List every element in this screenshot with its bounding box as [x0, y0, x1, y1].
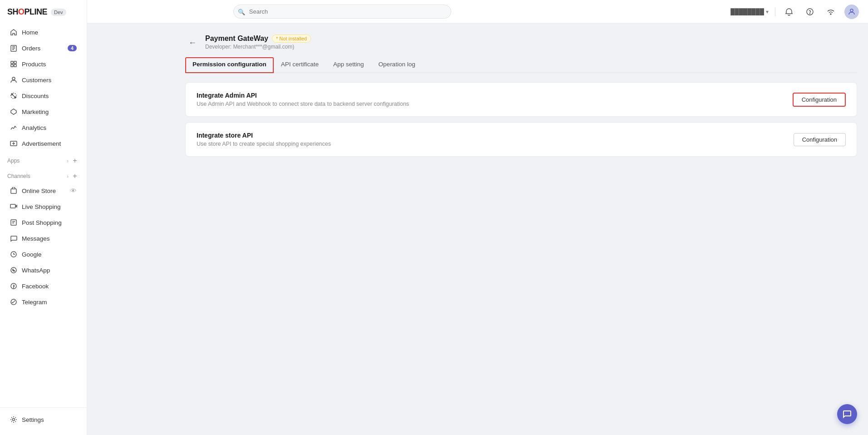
store-selector[interactable]: ████████ ▾ [730, 8, 769, 15]
sidebar-item-advertisement-label: Advertisement [22, 140, 61, 147]
admin-api-card: Integrate Admin API Use Admin API and We… [185, 82, 857, 117]
store-api-card: Integrate store API Use store API to cre… [185, 122, 857, 157]
sidebar: SHOPLINE Dev Home Orders 4 [0, 0, 87, 435]
sidebar-item-online-store[interactable]: Online Store 👁 [3, 183, 84, 198]
search-bar-container: 🔍 [233, 5, 451, 19]
user-avatar[interactable] [844, 5, 859, 19]
whatsapp-icon [10, 267, 17, 274]
discounts-icon [10, 92, 17, 99]
tab-app-setting[interactable]: App setting [326, 57, 371, 73]
home-icon [10, 29, 17, 36]
sidebar-item-live-shopping[interactable]: Live Shopping [3, 199, 84, 214]
help-button[interactable] [803, 5, 817, 19]
store-api-configuration-button[interactable]: Configuration [794, 133, 846, 146]
advertisement-icon [10, 140, 17, 147]
sidebar-item-whatsapp[interactable]: WhatsApp [3, 262, 84, 278]
channels-section-header[interactable]: Channels › + [0, 167, 87, 183]
sidebar-item-facebook-label: Facebook [22, 283, 49, 290]
sidebar-item-messages[interactable]: Messages [3, 231, 84, 246]
customers-icon [10, 76, 17, 84]
developer-value: Merchant***@gmail.com) [233, 44, 294, 50]
admin-api-description: Use Admin API and Webhook to connect sto… [197, 101, 409, 107]
svg-rect-1 [11, 61, 13, 64]
facebook-icon [10, 282, 17, 290]
sidebar-item-live-shopping-label: Live Shopping [22, 203, 61, 210]
svg-rect-3 [11, 64, 13, 67]
tab-operation-log[interactable]: Operation log [371, 57, 423, 73]
admin-api-info: Integrate Admin API Use Admin API and We… [197, 92, 409, 107]
products-icon [10, 60, 17, 68]
svg-point-18 [850, 9, 853, 12]
wifi-icon [824, 5, 838, 19]
sidebar-item-discounts[interactable]: Discounts [3, 88, 84, 104]
svg-rect-8 [10, 204, 15, 208]
topbar-actions: ████████ ▾ [730, 5, 859, 19]
main-content: ← Payment GateWay * Not installed Develo… [174, 24, 868, 435]
sidebar-item-marketing-label: Marketing [22, 109, 49, 115]
store-api-title: Integrate store API [197, 132, 331, 139]
admin-api-configuration-button[interactable]: Configuration [793, 93, 846, 107]
google-icon [10, 251, 17, 258]
svg-rect-9 [11, 220, 16, 225]
sidebar-item-settings[interactable]: Settings [3, 412, 84, 427]
apps-section-label: Apps [7, 158, 20, 164]
tab-api-certificate[interactable]: API certificate [274, 57, 326, 73]
svg-point-5 [12, 77, 15, 80]
sidebar-item-whatsapp-label: WhatsApp [22, 267, 50, 274]
chat-fab-button[interactable] [837, 404, 857, 424]
svg-rect-2 [14, 61, 16, 64]
sidebar-item-google[interactable]: Google [3, 247, 84, 262]
sidebar-item-home[interactable]: Home [3, 25, 84, 40]
sidebar-item-telegram-label: Telegram [22, 299, 47, 306]
svg-point-16 [809, 13, 810, 14]
not-installed-badge: * Not installed [272, 35, 311, 43]
sidebar-item-analytics[interactable]: Analytics [3, 120, 84, 135]
sidebar-item-customers[interactable]: Customers [3, 72, 84, 88]
developer-label: Developer: [205, 44, 232, 50]
search-input[interactable] [233, 5, 451, 19]
sidebar-item-facebook[interactable]: Facebook [3, 278, 84, 294]
app-title-block: Payment GateWay * Not installed Develope… [205, 35, 311, 50]
online-store-eye-icon[interactable]: 👁 [70, 188, 77, 194]
search-icon: 🔍 [238, 8, 245, 15]
sidebar-item-post-shopping-label: Post Shopping [22, 219, 62, 226]
telegram-icon [10, 298, 17, 306]
apps-add-button[interactable]: + [70, 156, 79, 165]
svg-rect-7 [11, 189, 16, 193]
tabs-bar: Permission configuration API certificate… [185, 57, 857, 73]
store-chevron-icon: ▾ [766, 9, 769, 15]
sidebar-item-discounts-label: Discounts [22, 93, 49, 99]
sidebar-item-settings-label: Settings [22, 416, 44, 423]
app-title-row: Payment GateWay * Not installed [205, 35, 311, 43]
sidebar-item-telegram[interactable]: Telegram [3, 294, 84, 310]
orders-icon [10, 44, 17, 52]
sidebar-bottom: Settings [0, 407, 87, 435]
orders-badge: 4 [68, 45, 77, 51]
sidebar-item-google-label: Google [22, 251, 42, 258]
topbar: 🔍 ████████ ▾ [87, 0, 868, 24]
apps-section-header[interactable]: Apps › + [0, 152, 87, 167]
messages-icon [10, 235, 17, 242]
admin-api-title: Integrate Admin API [197, 92, 409, 99]
store-icon [10, 187, 17, 194]
sidebar-item-post-shopping[interactable]: Post Shopping [3, 215, 84, 230]
sidebar-item-products[interactable]: Products [3, 56, 84, 72]
apps-chevron: › [67, 158, 69, 163]
sidebar-item-products-label: Products [22, 61, 46, 68]
store-api-description: Use store API to create special shopping… [197, 141, 331, 147]
back-button[interactable]: ← [185, 35, 200, 50]
notifications-button[interactable] [782, 5, 796, 19]
topbar-divider [775, 7, 775, 16]
dev-badge: Dev [51, 9, 66, 16]
sidebar-item-marketing[interactable]: Marketing [3, 104, 84, 119]
svg-rect-4 [14, 64, 16, 67]
channels-chevron: › [67, 173, 69, 179]
marketing-icon [10, 108, 17, 115]
sidebar-nav: Home Orders 4 Products [0, 22, 87, 407]
tab-permission-configuration[interactable]: Permission configuration [185, 57, 274, 73]
sidebar-item-analytics-label: Analytics [22, 124, 46, 131]
sidebar-item-orders[interactable]: Orders 4 [3, 40, 84, 56]
live-icon [10, 203, 17, 210]
channels-add-button[interactable]: + [70, 172, 79, 181]
sidebar-item-advertisement[interactable]: Advertisement [3, 136, 84, 151]
